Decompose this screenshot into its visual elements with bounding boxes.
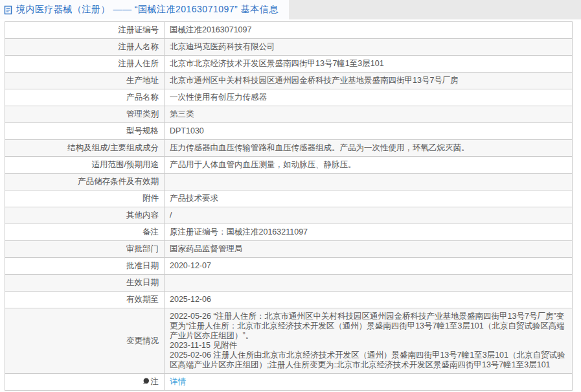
row-value: 国家药品监督管理局: [165, 241, 573, 258]
content-panel: 注册证编号 国械注准20163071097 注册人名称 北京迪玛克医药科技有限公…: [0, 19, 581, 392]
row-value: [165, 275, 573, 292]
note-bubble-icon: [142, 378, 150, 385]
table-row-change-history: 变更情况 2022-05-26 “注册人住所：北京市通州区中关村科技园区通州园金…: [5, 308, 573, 374]
row-label: 注册人住所: [5, 56, 165, 73]
table-row-intended-use: 适用范围/预期用途 产品用于人体血管内血压测量，如动脉压、静脉压。: [5, 157, 573, 174]
row-label: 其他内容: [5, 207, 165, 224]
row-value: 一次性使用有创压力传感器: [165, 89, 573, 106]
row-value: 详情: [165, 374, 573, 391]
table-row-expiry-date: 有效期至 2025-12-06: [5, 292, 573, 308]
row-value: 北京迪玛克医药科技有限公司: [165, 39, 573, 56]
row-label: 生效日期: [5, 275, 165, 292]
registration-info-table: 注册证编号 国械注准20163071097 注册人名称 北京迪玛克医药科技有限公…: [5, 21, 573, 391]
row-label: 生产地址: [5, 73, 165, 89]
row-value: 产品用于人体血管内血压测量，如动脉压、静脉压。: [165, 157, 573, 174]
row-value: 第三类: [165, 106, 573, 123]
row-label: 注: [5, 374, 165, 391]
row-label: 有效期至: [5, 292, 165, 308]
table-row-storage-validity: 产品储存条件及有效期: [5, 174, 573, 190]
table-body: 注册证编号 国械注准20163071097 注册人名称 北京迪玛克医药科技有限公…: [5, 22, 573, 391]
note-label: 注: [151, 377, 159, 386]
table-row-registrant-name: 注册人名称 北京迪玛克医药科技有限公司: [5, 39, 573, 56]
row-value: 北京市北京经济技术开发区景盛南四街甲13号7幢1至3层101: [165, 56, 573, 73]
row-value: 压力传感器由血压传输管路和血压传感器组成。产品为一次性使用，环氧乙烷灭菌。: [165, 140, 573, 157]
row-value: DPT1030: [165, 123, 573, 140]
table-row-effective-date: 生效日期: [5, 275, 573, 292]
table-row-approval-date: 批准日期 2020-12-07: [5, 258, 573, 275]
page-title: 境内医疗器械（注册） —— “国械注准20163071097” 基本信息: [16, 4, 279, 16]
row-value: 北京市通州区中关村科技园区通州园金桥科技产业基地景盛南四街甲13号7号厂房: [165, 73, 573, 89]
table-row-registrant-address: 注册人住所 北京市北京经济技术开发区景盛南四街甲13号7幢1至3层101: [5, 56, 573, 73]
page-header: 境内医疗器械（注册） —— “国械注准20163071097” 基本信息: [0, 0, 581, 19]
row-value: 2020-12-07: [165, 258, 573, 275]
row-value: 国械注准20163071097: [165, 22, 573, 39]
row-label: 备注: [5, 224, 165, 241]
table-row-cert-number: 注册证编号 国械注准20163071097: [5, 22, 573, 39]
detail-link[interactable]: 详情: [170, 377, 186, 386]
row-label: 审批部门: [5, 241, 165, 258]
row-label: 适用范围/预期用途: [5, 157, 165, 174]
row-value: /: [165, 207, 573, 224]
table-row-remarks: 备注 原注册证编号：国械注准20163211097: [5, 224, 573, 241]
row-label: 型号规格: [5, 123, 165, 140]
table-row-product-name: 产品名称 一次性使用有创压力传感器: [5, 89, 573, 106]
table-row-production-address: 生产地址 北京市通州区中关村科技园区通州园金桥科技产业基地景盛南四街甲13号7号…: [5, 73, 573, 89]
row-value: 产品技术要求: [165, 190, 573, 207]
row-label: 管理类别: [5, 106, 165, 123]
row-label: 产品名称: [5, 89, 165, 106]
document-icon: [4, 5, 12, 15]
row-value: [165, 174, 573, 190]
table-row-attachment: 附件 产品技术要求: [5, 190, 573, 207]
table-row-structure-composition: 结构及组成/主要组成成分 压力传感器由血压传输管路和血压传感器组成。产品为一次性…: [5, 140, 573, 157]
row-label: 注册人名称: [5, 39, 165, 56]
row-label: 结构及组成/主要组成成分: [5, 140, 165, 157]
table-row-model-spec: 型号规格 DPT1030: [5, 123, 573, 140]
row-value: 2022-05-26 “注册人住所：北京市通州区中关村科技园区通州园金桥科技产业…: [165, 308, 573, 374]
table-row-approval-department: 审批部门 国家药品监督管理局: [5, 241, 573, 258]
row-value: 原注册证编号：国械注准20163211097: [165, 224, 573, 241]
row-label: 变更情况: [5, 308, 165, 374]
row-label: 产品储存条件及有效期: [5, 174, 165, 190]
page-title-chip: 境内医疗器械（注册） —— “国械注准20163071097” 基本信息: [0, 0, 289, 19]
row-label: 附件: [5, 190, 165, 207]
row-value: 2025-12-06: [165, 292, 573, 308]
table-row-other-content: 其他内容 /: [5, 207, 573, 224]
row-label: 注册证编号: [5, 22, 165, 39]
table-row-management-class: 管理类别 第三类: [5, 106, 573, 123]
row-label: 批准日期: [5, 258, 165, 275]
table-row-note: 注 详情: [5, 374, 573, 391]
